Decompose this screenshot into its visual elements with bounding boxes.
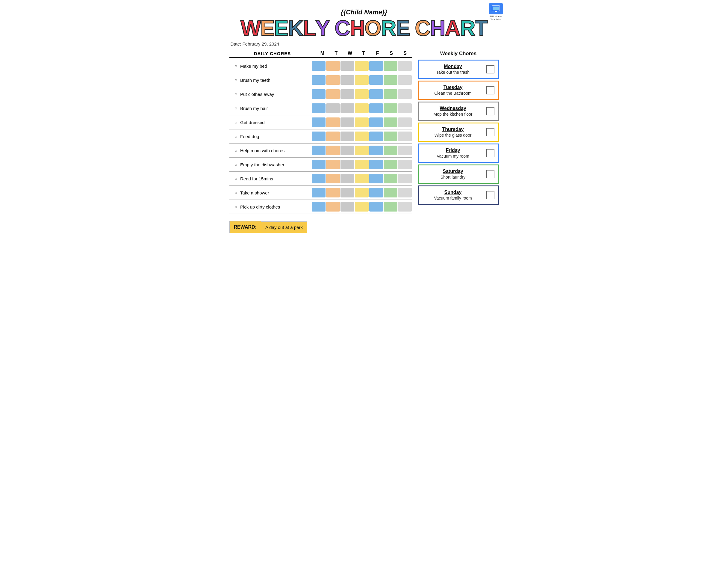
bullet-5: ○ <box>235 120 237 125</box>
cell-3-W[interactable] <box>340 89 354 99</box>
cell-5-S[interactable] <box>384 117 397 127</box>
weekly-item-sunday: Sunday Vacuum family room <box>418 185 499 205</box>
cell-3-T2[interactable] <box>355 89 369 99</box>
bullet-10: ○ <box>235 190 237 195</box>
child-name: {{Child Name}} <box>229 8 499 16</box>
chore-text-6: Feed dog <box>240 134 259 139</box>
cell-7-S2[interactable] <box>398 146 412 155</box>
cell-6-M[interactable] <box>312 131 326 141</box>
cell-1-S[interactable] <box>384 61 397 71</box>
cell-5-W[interactable] <box>340 117 354 127</box>
cell-8-S[interactable] <box>384 160 397 169</box>
cell-4-W[interactable] <box>340 103 354 113</box>
cell-2-M[interactable] <box>312 75 326 85</box>
cell-8-T[interactable] <box>326 160 340 169</box>
letter-C1: C <box>335 17 350 39</box>
weekly-thursday-checkbox[interactable] <box>486 128 494 136</box>
header-day-S1: S <box>385 51 398 57</box>
weekly-wednesday-checkbox[interactable] <box>486 107 494 115</box>
cell-10-T2[interactable] <box>355 188 369 197</box>
cell-9-W[interactable] <box>340 174 354 183</box>
cell-2-W[interactable] <box>340 75 354 85</box>
cell-6-S2[interactable] <box>398 131 412 141</box>
cell-1-T2[interactable] <box>355 61 369 71</box>
weekly-sunday-checkbox[interactable] <box>486 191 494 199</box>
cell-10-M[interactable] <box>312 188 326 197</box>
weekly-monday-checkbox[interactable] <box>486 65 494 73</box>
header-day-M: M <box>316 51 329 57</box>
letter-C2: C <box>415 17 430 39</box>
cell-2-T[interactable] <box>326 75 340 85</box>
weekly-friday-checkbox[interactable] <box>486 149 494 157</box>
weekly-tuesday-checkbox[interactable] <box>486 86 494 94</box>
cell-5-T2[interactable] <box>355 117 369 127</box>
cell-3-S[interactable] <box>384 89 397 99</box>
cell-9-M[interactable] <box>312 174 326 183</box>
cell-6-T2[interactable] <box>355 131 369 141</box>
cell-4-S[interactable] <box>384 103 397 113</box>
cell-11-W[interactable] <box>340 202 354 211</box>
cell-6-S[interactable] <box>384 131 397 141</box>
weekly-saturday-checkbox[interactable] <box>486 170 494 178</box>
logo-line1: AllBusiness <box>487 15 505 18</box>
cell-2-S2[interactable] <box>398 75 412 85</box>
cell-4-T[interactable] <box>326 103 340 113</box>
cell-7-S[interactable] <box>384 146 397 155</box>
cell-11-T2[interactable] <box>355 202 369 211</box>
cell-6-W[interactable] <box>340 131 354 141</box>
cell-4-T2[interactable] <box>355 103 369 113</box>
cell-9-T2[interactable] <box>355 174 369 183</box>
cell-4-M[interactable] <box>312 103 326 113</box>
cell-1-M[interactable] <box>312 61 326 71</box>
chore-label-11: ○ Pick up dirty clothes <box>229 204 311 209</box>
cell-5-F[interactable] <box>369 117 383 127</box>
reward-label: REWARD: <box>229 221 261 233</box>
cell-1-W[interactable] <box>340 61 354 71</box>
cell-8-F[interactable] <box>369 160 383 169</box>
cell-9-F[interactable] <box>369 174 383 183</box>
cell-2-S[interactable] <box>384 75 397 85</box>
cell-8-W[interactable] <box>340 160 354 169</box>
chore-row-10: ○ Take a shower <box>229 186 412 200</box>
cell-1-F[interactable] <box>369 61 383 71</box>
cell-11-S[interactable] <box>384 202 397 211</box>
cell-2-T2[interactable] <box>355 75 369 85</box>
cell-1-S2[interactable] <box>398 61 412 71</box>
cell-11-S2[interactable] <box>398 202 412 211</box>
cell-2-F[interactable] <box>369 75 383 85</box>
cell-10-T[interactable] <box>326 188 340 197</box>
cell-3-F[interactable] <box>369 89 383 99</box>
cell-10-F[interactable] <box>369 188 383 197</box>
cell-5-S2[interactable] <box>398 117 412 127</box>
cell-3-T[interactable] <box>326 89 340 99</box>
cell-9-S2[interactable] <box>398 174 412 183</box>
cell-11-M[interactable] <box>312 202 326 211</box>
cell-7-T[interactable] <box>326 146 340 155</box>
cell-8-M[interactable] <box>312 160 326 169</box>
cell-7-W[interactable] <box>340 146 354 155</box>
cell-4-F[interactable] <box>369 103 383 113</box>
cell-6-T[interactable] <box>326 131 340 141</box>
cell-3-S2[interactable] <box>398 89 412 99</box>
cell-8-S2[interactable] <box>398 160 412 169</box>
cell-10-S2[interactable] <box>398 188 412 197</box>
cell-6-F[interactable] <box>369 131 383 141</box>
cell-4-S2[interactable] <box>398 103 412 113</box>
weekly-item-thursday: Thursday Wipe the glass door <box>418 122 499 142</box>
cell-5-M[interactable] <box>312 117 326 127</box>
chore-text-10: Take a shower <box>240 190 269 195</box>
cell-9-T[interactable] <box>326 174 340 183</box>
cell-7-F[interactable] <box>369 146 383 155</box>
main-layout: DAILY CHORES M T W T F S S ○ Make my bed <box>229 51 499 233</box>
cell-7-T2[interactable] <box>355 146 369 155</box>
cell-9-S[interactable] <box>384 174 397 183</box>
cell-1-T[interactable] <box>326 61 340 71</box>
cell-11-F[interactable] <box>369 202 383 211</box>
cell-3-M[interactable] <box>312 89 326 99</box>
cell-10-S[interactable] <box>384 188 397 197</box>
cell-5-T[interactable] <box>326 117 340 127</box>
cell-8-T2[interactable] <box>355 160 369 169</box>
cell-10-W[interactable] <box>340 188 354 197</box>
cell-7-M[interactable] <box>312 146 326 155</box>
cell-11-T[interactable] <box>326 202 340 211</box>
